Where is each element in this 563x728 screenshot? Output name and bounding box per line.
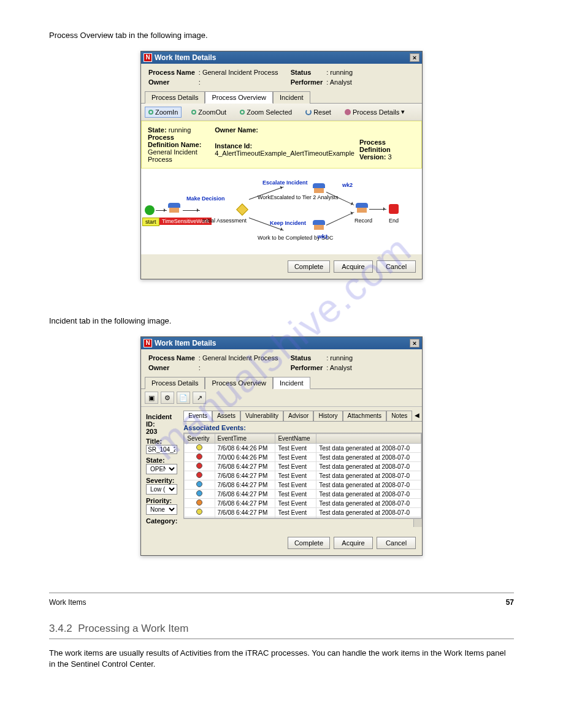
zoom-in-icon	[148, 110, 153, 115]
toolbar-btn-4[interactable]: ↗	[193, 392, 206, 404]
category-label: Category:	[146, 517, 177, 525]
severity-label: Severity:	[146, 477, 177, 484]
table-row[interactable]: 7/6/08 6:44:27 PMTest EventTest data gen…	[185, 490, 421, 499]
escalate-desc-label: WorkEscalated to Tier 2 Analysts	[258, 194, 338, 200]
version-label-1: Process	[359, 138, 415, 146]
table-row[interactable]: 7/6/08 6:44:27 PMTest EventTest data gen…	[185, 480, 421, 490]
actor-icon	[357, 203, 367, 213]
subtab-advisor[interactable]: Advisor	[283, 411, 313, 421]
cell-desc: Test data generated at 2008-07-0	[316, 453, 421, 462]
decision-icon	[236, 203, 248, 216]
cancel-button[interactable]: Cancel	[377, 537, 416, 549]
dialog-process-overview: N Work Item Details × Process Name : Gen…	[140, 51, 423, 279]
version-label-3: Version:	[359, 153, 386, 161]
record-label: Record	[354, 218, 372, 224]
cell-name: Test Event	[275, 499, 316, 508]
app-icon: N	[144, 53, 152, 62]
incident-body: Incident ID: 203 Title: State: OPEN Seve…	[141, 407, 422, 531]
close-icon[interactable]: ×	[410, 53, 419, 62]
tab-incident[interactable]: Incident	[273, 91, 310, 104]
cell-name: Test Event	[275, 444, 316, 453]
complete-button[interactable]: Complete	[288, 260, 330, 273]
table-row[interactable]: 7/0/00 6:44:26 PMTest EventTest data gen…	[185, 453, 421, 462]
col-desc[interactable]	[316, 434, 421, 444]
table-row[interactable]: 7/6/08 6:44:27 PMTest EventTest data gen…	[185, 471, 421, 480]
toolbar-btn-2[interactable]: ⚙	[161, 392, 174, 404]
table-row[interactable]: 7/6/08 6:44:27 PMTest EventTest data gen…	[185, 462, 421, 471]
stop-icon	[389, 204, 399, 214]
cell-time: 7/0/00 6:44:26 PM	[215, 453, 275, 462]
acquire-button[interactable]: Acquire	[334, 260, 373, 273]
version-value: 3	[388, 153, 391, 161]
owner-name-label: Owner Name:	[215, 126, 354, 134]
wk2-label: wk2	[342, 182, 353, 188]
wk1-label: wk1	[318, 233, 328, 240]
footer-page-number: 57	[506, 598, 514, 607]
table-row[interactable]: 7/6/08 6:44:27 PMTest EventTest data gen…	[185, 508, 421, 517]
cell-name: Test Event	[275, 508, 316, 517]
state-select[interactable]: OPEN	[146, 464, 177, 474]
performer-label: Performer	[291, 364, 323, 371]
state-label: State:	[148, 126, 167, 134]
acquire-button[interactable]: Acquire	[334, 537, 373, 549]
footer-left: Work Items	[49, 598, 86, 607]
performer-value: : Analyst	[326, 364, 415, 371]
col-event-name[interactable]: EventName	[275, 434, 316, 444]
reset-icon	[305, 109, 312, 115]
subtab-scroll-right[interactable]: ◀	[412, 411, 422, 421]
subtab-vulnerability[interactable]: Vulnerability	[240, 411, 283, 421]
title-label: Title:	[146, 438, 177, 445]
events-scroll-area[interactable]: Severity EventTime EventName 7/6/08 6:44…	[183, 433, 422, 518]
cell-time: 7/6/08 6:44:27 PM	[215, 490, 275, 499]
priority-select[interactable]: None (0)	[146, 504, 177, 515]
end-label: End	[389, 218, 399, 224]
cell-desc: Test data generated at 2008-07-0	[316, 490, 421, 499]
table-row[interactable]: 7/6/08 6:44:26 PMTest EventTest data gen…	[185, 444, 421, 453]
tab-process-overview[interactable]: Process Overview	[205, 377, 273, 389]
footer-divider	[49, 593, 514, 593]
dialog-footer: Complete Acquire Cancel	[141, 531, 422, 555]
escalate-incident-label: Escalate Incident	[262, 180, 308, 186]
process-name-label: Process Name	[148, 354, 195, 362]
subtab-assets[interactable]: Assets	[212, 411, 240, 421]
col-severity[interactable]: Severity	[185, 434, 215, 444]
subtab-history[interactable]: History	[313, 411, 342, 421]
title-field[interactable]	[146, 445, 177, 454]
zoom-in-button[interactable]: ZoomIn	[145, 107, 182, 118]
subtab-events[interactable]: Events	[183, 411, 212, 421]
header-info: Process Name : General Incident Process …	[141, 64, 422, 91]
status-value: : running	[326, 354, 415, 362]
cancel-button[interactable]: Cancel	[377, 260, 416, 273]
subtab-row: Events Assets Vulnerability Advisor Hist…	[183, 411, 422, 422]
col-event-time[interactable]: EventTime	[215, 434, 275, 444]
toolbar-btn-3[interactable]: 📄	[177, 392, 190, 404]
table-row[interactable]: 7/6/08 6:44:27 PMTest EventTest data gen…	[185, 499, 421, 508]
zoom-selected-button[interactable]: Zoom Selected	[236, 107, 296, 118]
reset-button[interactable]: Reset	[302, 107, 335, 118]
cell-desc: Test data generated at 2008-07-0	[316, 471, 421, 480]
tab-process-overview[interactable]: Process Overview	[205, 91, 273, 104]
severity-dot-icon	[196, 453, 202, 460]
square-icon: ▣	[148, 394, 155, 402]
subtab-attachments[interactable]: Attachments	[343, 411, 387, 421]
tab-incident[interactable]: Incident	[273, 377, 310, 389]
close-icon[interactable]: ×	[410, 339, 419, 347]
tab-process-details[interactable]: Process Details	[145, 377, 205, 389]
horizontal-scrollbar[interactable]	[183, 518, 422, 527]
process-details-button[interactable]: Process Details ▾	[341, 106, 408, 118]
dialog-incident: N Work Item Details × Process Name : Gen…	[140, 336, 423, 556]
owner-value: :	[199, 78, 287, 86]
actor-icon	[169, 203, 179, 213]
zoom-out-button[interactable]: ZoomOut	[188, 107, 230, 118]
def-name-label: Definition Name:	[148, 141, 201, 148]
tab-row: Process Details Process Overview Inciden…	[141, 91, 422, 104]
cell-time: 7/6/08 6:44:27 PM	[215, 508, 275, 517]
subtab-notes[interactable]: Notes	[386, 411, 412, 421]
severity-select[interactable]: Low (2)	[146, 484, 177, 495]
version-label-2: Definition	[359, 146, 415, 153]
process-name-value: : General Incident Process	[199, 354, 287, 362]
complete-button[interactable]: Complete	[288, 537, 330, 549]
tab-process-details[interactable]: Process Details	[145, 91, 205, 104]
incident-id-label: Incident ID:	[146, 413, 177, 428]
toolbar-btn-1[interactable]: ▣	[145, 392, 158, 404]
